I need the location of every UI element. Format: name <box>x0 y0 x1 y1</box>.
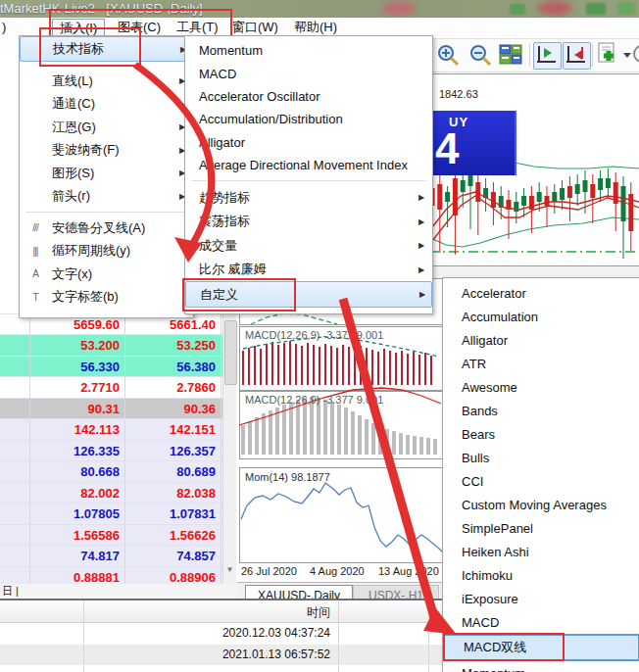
menu-item-shapes[interactable]: 图形(S)▶ <box>20 162 193 185</box>
annotation-box-custom <box>182 278 296 312</box>
menu-item-cci[interactable]: CCI <box>443 469 639 493</box>
menu-item-macd[interactable]: MACD <box>185 62 432 84</box>
menu-item-accumulation-distribution[interactable]: Accumulation/Distribution <box>185 108 432 130</box>
zoom-out-icon[interactable] <box>468 43 494 69</box>
menu-item-gann[interactable]: 江恩(G)▶ <box>20 116 193 139</box>
market-watch-row[interactable]: 82.00282.038 <box>0 483 222 504</box>
menu-item-admi[interactable]: Average Directional Movement Index <box>185 154 432 176</box>
menu-item-label: Momentum <box>199 43 263 58</box>
chart-shift-icon[interactable] <box>533 42 562 70</box>
annotation-box-indicators <box>39 27 141 67</box>
menu-item-lines[interactable]: 直线(L)▶ <box>20 70 193 93</box>
market-watch-row[interactable]: 53.20053.250 <box>0 335 222 357</box>
menu-item-bulls[interactable]: Bulls <box>443 446 639 469</box>
macd2-label: MACD(12,26,9) -3.377 9.001 <box>245 394 383 406</box>
menu-item-text-label[interactable]: T文字标签(b) <box>20 286 193 310</box>
price-value-label: 1842.63 <box>439 88 478 100</box>
menu-item-volumes[interactable]: 成交量▶ <box>185 233 432 258</box>
market-watch-row[interactable]: 90.3190.36 <box>0 399 222 420</box>
time-axis-label: 13 Aug 2020 <box>378 565 439 577</box>
market-watch-row[interactable]: 126.335126.357 <box>0 441 222 462</box>
menu-item-label: 安德鲁分叉线(A) <box>52 219 145 237</box>
menu-item-label: Accelerator <box>462 286 526 301</box>
menu-item-trend[interactable]: 趋势指标▶ <box>185 185 432 210</box>
macd1-label: MACD(12,26,9) -3.377 9.001 <box>245 329 383 341</box>
menu-item-label: 江恩(G) <box>52 119 96 136</box>
menu-item-label: 直线(L) <box>52 72 93 90</box>
bid-value: 82.002 <box>29 483 120 504</box>
add-indicator-icon[interactable] <box>597 42 622 70</box>
menu-item-iexposure[interactable]: iExposure <box>443 587 639 610</box>
ask-value: 90.36 <box>124 399 216 420</box>
zoom-in-icon[interactable] <box>436 43 462 69</box>
menu-item-momentum[interactable]: Momentum <box>185 39 432 62</box>
ask-value: 80.689 <box>124 461 216 483</box>
bid-value: 2.7710 <box>29 377 120 399</box>
scrollbar-down-arrow[interactable]: ▼ <box>224 562 235 578</box>
market-watch-row[interactable]: 56.33056.380 <box>0 357 222 378</box>
ask-value: 2.7860 <box>124 377 216 399</box>
menu-item-label: Accelerator Oscillator <box>199 89 320 104</box>
annotation-box-macd-dual <box>443 633 565 661</box>
menu-item-simplepanel[interactable]: SimplePanel <box>443 516 639 540</box>
bid-value: 90.31 <box>29 399 120 420</box>
menu-item-label: 斐波纳奇(F) <box>52 141 120 159</box>
submenu-arrow-icon: ▶ <box>418 265 424 274</box>
menu-item-cycle-lines[interactable]: |||循环周期线(y) <box>20 240 193 264</box>
ask-value: 82.038 <box>124 483 216 504</box>
menu-item-ichimoku[interactable]: Ichimoku <box>443 563 639 587</box>
menu-item-accumulation[interactable]: Accumulation <box>443 305 639 328</box>
buy-price-digit: 4 <box>435 124 459 173</box>
submenu-arrow-icon: ▶ <box>418 241 424 250</box>
menu-item-atr[interactable]: ATR <box>443 352 639 375</box>
menu-item-bears[interactable]: Bears <box>443 422 639 446</box>
menu-item-awesome[interactable]: Awesome <box>443 375 639 399</box>
menu-item-alligator[interactable]: Alligator <box>443 328 639 352</box>
insert-menu-popup: 技术指标▶直线(L)▶通道(C)▶江恩(G)▶斐波纳奇(F)▶图形(S)▶箭头(… <box>19 35 194 318</box>
menu-item-label: Awesome <box>462 380 517 395</box>
market-watch-row[interactable]: 80.66880.689 <box>0 461 222 483</box>
menu-item-label: SimplePanel <box>462 521 533 536</box>
menu-item-alligator[interactable]: Alligator <box>185 131 432 154</box>
bid-value: 80.668 <box>29 461 120 483</box>
menu-item-label: Average Directional Movement Index <box>199 158 408 172</box>
clock-partial-icon[interactable] <box>632 43 639 67</box>
mt4-application-window: tMarketHK-Live2 - [XAUUSD-,Daily] ) 插入(I… <box>0 0 639 672</box>
menu-item-andrews[interactable]: ///安德鲁分叉线(A) <box>20 216 193 240</box>
chart-autoscroll-icon[interactable] <box>563 42 591 70</box>
menu-item-macd[interactable]: MACD <box>443 610 639 634</box>
text-label-icon: T <box>25 292 45 303</box>
market-watch-scrollbar[interactable]: ▼ <box>222 293 236 586</box>
indicator-dropdown-icon[interactable] <box>622 51 632 59</box>
menu-item-label: Heiken Ashi <box>462 545 529 559</box>
menu-item-bands[interactable]: Bands <box>443 399 639 422</box>
menubar-window[interactable]: 窗口(W) <box>225 19 285 36</box>
menu-item-text[interactable]: A文字(x) <box>20 263 193 286</box>
one-click-buy-widget[interactable]: UY 4 <box>429 111 516 175</box>
menu-item-channels[interactable]: 通道(C)▶ <box>20 93 193 117</box>
submenu-arrow-icon: ▶ <box>418 193 424 202</box>
menu-item-momentum[interactable]: Momentum <box>443 661 639 672</box>
ask-value: 56.380 <box>124 357 216 378</box>
menu-item-fibonacci[interactable]: 斐波纳奇(F)▶ <box>20 139 193 163</box>
menu-item-label: 文字(x) <box>52 265 92 283</box>
market-watch-row[interactable]: 1.565861.56626 <box>0 525 222 547</box>
menu-item-custom-moving-averages[interactable]: Custom Moving Averages <box>443 493 639 516</box>
scrollbar-thumb[interactable] <box>224 320 237 385</box>
indicators-submenu-popup: MomentumMACDAccelerator OscillatorAccumu… <box>184 35 433 314</box>
ask-value: 142.151 <box>124 419 216 441</box>
menu-item-arrows[interactable]: 箭头(r)▶ <box>20 185 193 209</box>
momentum-label: Mom(14) 98.1877 <box>245 471 330 483</box>
menubar-help[interactable]: 帮助(H) <box>287 19 344 36</box>
market-watch-row[interactable]: 2.77102.7860 <box>0 377 222 399</box>
menu-item-oscillators[interactable]: 震荡指标▶ <box>185 210 432 234</box>
menu-item-label: 循环周期线(y) <box>52 242 130 260</box>
menu-item-accelerator-oscillator[interactable]: Accelerator Oscillator <box>185 85 432 108</box>
menu-item-heiken-ashi[interactable]: Heiken Ashi <box>443 540 639 563</box>
menu-item-label: 文字标签(b) <box>52 288 119 306</box>
menu-item-accelerator[interactable]: Accelerator <box>443 281 639 305</box>
tile-windows-icon[interactable] <box>499 43 524 69</box>
market-watch-row[interactable]: 74.81774.857 <box>0 546 222 567</box>
market-watch-row[interactable]: 142.113142.151 <box>0 419 222 441</box>
market-watch-row[interactable]: 1.078051.07831 <box>0 504 222 525</box>
